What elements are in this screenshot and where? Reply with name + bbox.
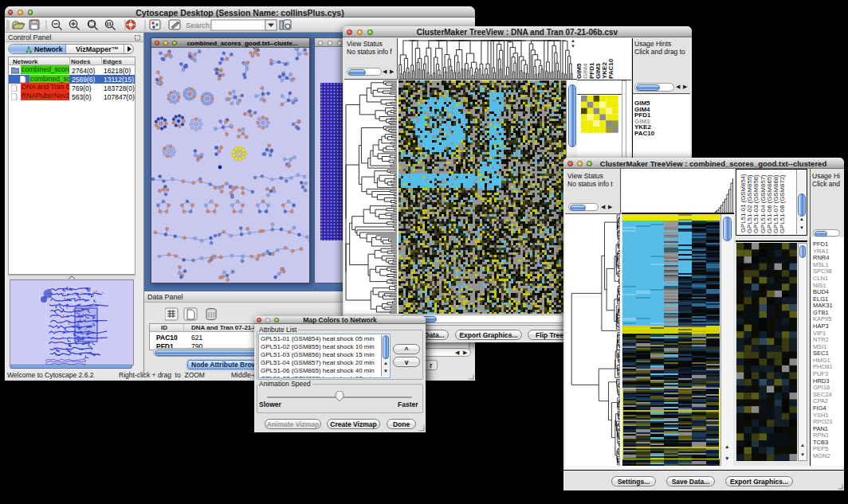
svg-text:PAC10: PAC10: [607, 58, 614, 79]
svg-text:Search:: Search:: [186, 21, 212, 29]
svg-text:1:1: 1:1: [107, 22, 112, 26]
svg-text:GPL51-08 (GSM872): GPL51-08 (GSM872): [779, 174, 786, 233]
